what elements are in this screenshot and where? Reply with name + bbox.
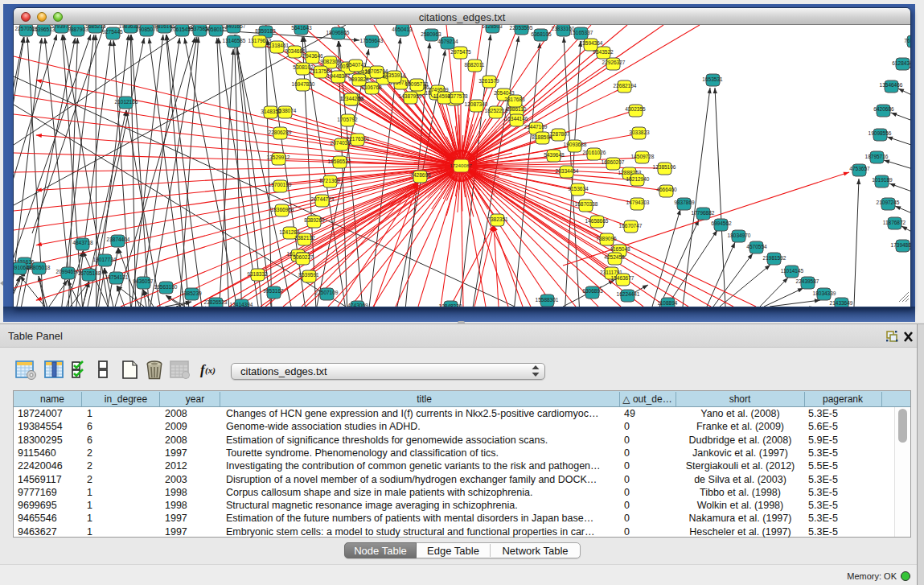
svg-text:9318332: 9318332	[247, 271, 268, 277]
svg-text:5439648: 5439648	[544, 152, 565, 158]
svg-text:4753657: 4753657	[849, 166, 870, 171]
svg-text:22507109: 22507109	[315, 290, 339, 295]
svg-text:14387959: 14387959	[399, 93, 422, 99]
svg-text:16670747: 16670747	[619, 223, 643, 229]
svg-text:6994562: 6994562	[711, 220, 732, 226]
svg-text:11014145: 11014145	[781, 268, 804, 274]
svg-text:19586522: 19586522	[328, 159, 351, 164]
svg-text:13805018: 13805018	[27, 265, 51, 270]
svg-text:10344146: 10344146	[505, 116, 528, 122]
svg-text:15165337: 15165337	[570, 30, 593, 35]
svg-text:12344269: 12344269	[340, 96, 363, 101]
svg-text:13529912: 13529912	[267, 154, 290, 160]
svg-text:23594364: 23594364	[580, 40, 603, 46]
svg-text:22682194: 22682194	[614, 83, 637, 89]
svg-text:9953167: 9953167	[263, 288, 284, 294]
svg-text:18096865: 18096865	[326, 30, 350, 35]
svg-text:8389269: 8389269	[304, 217, 325, 223]
svg-text:2817683: 2817683	[504, 97, 525, 102]
svg-text:22926327: 22926327	[602, 60, 626, 65]
svg-text:23874404: 23874404	[107, 237, 130, 242]
svg-text:4743069: 4743069	[347, 303, 368, 307]
svg-text:21012166: 21012166	[115, 99, 138, 105]
svg-text:2580963: 2580963	[421, 31, 441, 37]
svg-text:5641643: 5641643	[291, 25, 312, 31]
svg-text:22176301: 22176301	[347, 136, 370, 142]
svg-text:21433649: 21433649	[830, 300, 853, 306]
svg-text:8721369: 8721369	[319, 178, 340, 183]
svg-text:18034970: 18034970	[728, 233, 751, 238]
svg-text:23447169: 23447169	[524, 124, 548, 130]
svg-text:9837869: 9837869	[674, 200, 695, 205]
svg-text:18034339: 18034339	[813, 290, 836, 296]
svg-text:3261579: 3261579	[478, 78, 499, 84]
svg-text:12414394: 12414394	[230, 302, 253, 307]
svg-text:15463677: 15463677	[611, 275, 634, 281]
svg-text:16860207: 16860207	[602, 159, 625, 165]
svg-text:6306893: 6306893	[582, 288, 603, 294]
svg-text:23826523: 23826523	[204, 299, 228, 305]
svg-text:6420686: 6420686	[873, 106, 894, 112]
svg-text:1385239: 1385239	[181, 290, 202, 296]
svg-text:18795716: 18795716	[865, 154, 889, 159]
svg-text:1241284: 1241284	[279, 229, 300, 235]
svg-text:8682011: 8682011	[465, 62, 485, 68]
svg-text:6128434: 6128434	[892, 60, 910, 66]
svg-text:14401657: 14401657	[223, 25, 246, 29]
svg-text:19017734: 19017734	[93, 257, 117, 262]
svg-text:18252216: 18252216	[485, 108, 508, 113]
svg-text:8539591: 8539591	[298, 272, 319, 278]
svg-text:13146585: 13146585	[223, 38, 246, 43]
svg-text:16870338: 16870338	[575, 201, 598, 207]
svg-text:16224441: 16224441	[617, 291, 640, 297]
svg-text:16947830: 16947830	[292, 81, 315, 87]
svg-text:(x): (x)	[205, 365, 216, 376]
svg-text:8106768: 8106768	[361, 84, 382, 90]
svg-text:17394887: 17394887	[891, 242, 910, 248]
svg-text:15700199: 15700199	[269, 182, 292, 187]
svg-text:4050413: 4050413	[392, 27, 413, 32]
svg-text:21097245: 21097245	[877, 200, 900, 205]
svg-text:22806289: 22806289	[269, 130, 292, 135]
svg-text:2943646: 2943646	[302, 53, 323, 59]
svg-text:18754131: 18754131	[105, 274, 129, 280]
svg-text:11876872: 11876872	[883, 220, 906, 225]
svg-text:4570554: 4570554	[746, 244, 767, 249]
svg-text:4302355: 4302355	[625, 106, 646, 112]
svg-text:10848230: 10848230	[439, 303, 462, 307]
svg-text:1108894: 1108894	[658, 300, 678, 306]
svg-text:20994697: 20994697	[56, 269, 80, 274]
svg-text:4252458: 4252458	[604, 254, 625, 260]
svg-text:11318461: 11318461	[266, 43, 290, 48]
svg-text:4165048: 4165048	[610, 246, 630, 252]
svg-text:9893824: 9893824	[348, 76, 369, 82]
svg-text:1019189: 1019189	[872, 177, 893, 183]
svg-text:7428696: 7428696	[410, 172, 431, 178]
svg-text:9275445: 9275445	[102, 29, 123, 35]
svg-text:4843718: 4843718	[72, 240, 93, 245]
svg-text:7389096: 7389096	[596, 236, 617, 241]
svg-text:18366963: 18366963	[271, 207, 294, 212]
svg-text:2975475: 2975475	[450, 49, 471, 55]
svg-text:17796882: 17796882	[692, 210, 715, 216]
svg-text:5060227: 5060227	[293, 254, 314, 260]
svg-text:20161026: 20161026	[583, 150, 606, 155]
svg-text:3377578: 3377578	[447, 93, 468, 99]
svg-text:20744773: 20744773	[311, 196, 335, 202]
svg-text:14658665: 14658665	[585, 218, 609, 224]
svg-text:7674349: 7674349	[904, 38, 910, 43]
svg-text:19093688: 19093688	[564, 142, 587, 147]
svg-text:3382132: 3382132	[294, 235, 315, 241]
svg-text:3033823: 3033823	[629, 130, 650, 135]
svg-text:16705148: 16705148	[78, 270, 101, 276]
svg-text:7382351: 7382351	[487, 216, 508, 222]
svg-text:21353914: 21353914	[383, 72, 406, 78]
svg-text:6368105: 6368105	[531, 31, 552, 37]
svg-text:22439587: 22439587	[796, 278, 819, 284]
svg-text:6128503: 6128503	[482, 25, 503, 29]
svg-text:12087340: 12087340	[465, 101, 488, 107]
svg-text:3148352: 3148352	[261, 109, 281, 114]
svg-text:9153634: 9153634	[568, 186, 589, 192]
svg-text:1653531: 1653531	[702, 76, 723, 82]
svg-text:22053595: 22053595	[510, 25, 533, 31]
